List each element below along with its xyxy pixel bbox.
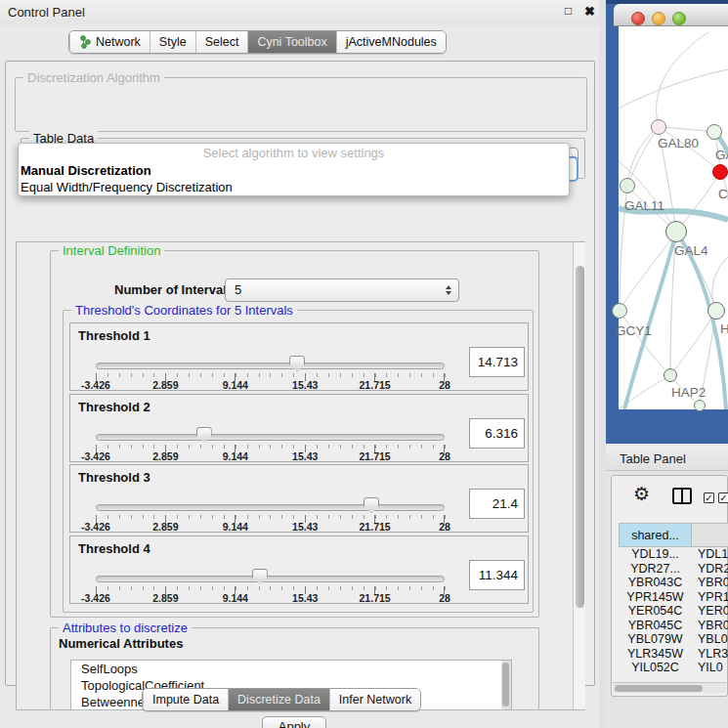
cell-shared-name: YDR27...	[619, 562, 692, 577]
tick-label: -3.426	[81, 379, 110, 391]
attribute-name: SelfLoops	[81, 662, 138, 676]
tick-label: 2.859	[152, 450, 178, 462]
mac-minimize-icon[interactable]	[652, 12, 665, 25]
network-node[interactable]	[665, 221, 687, 242]
column-header-shared[interactable]: shared...	[619, 523, 692, 547]
network-window-titlebar[interactable]	[614, 4, 728, 26]
close-icon[interactable]: ✖	[584, 4, 595, 19]
network-node[interactable]	[694, 400, 706, 411]
algorithm-groupbox: Discretization Algorithm	[15, 77, 587, 132]
slider-track[interactable]	[96, 363, 445, 369]
algorithm-option[interactable]: Manual Discretization	[21, 162, 569, 179]
slider-track[interactable]	[96, 576, 445, 582]
network-edge[interactable]	[620, 232, 676, 311]
cyni-bottom-tab[interactable]: Impute Data	[143, 689, 228, 710]
table-header-row: shared... na	[619, 523, 728, 547]
threshold-row: Threshold 1 -3.4262.8599.14415.4321.7152…	[69, 322, 529, 391]
tab-label: Cyni Toolbox	[257, 35, 326, 49]
node-table: shared... na YDL19... YDL1 YDR27... YDR2	[619, 523, 728, 675]
panel-split-divider[interactable]: ◂▸	[599, 0, 606, 728]
table-row[interactable]: YIL052C YIL0	[619, 661, 728, 675]
columns-icon[interactable]	[672, 488, 692, 504]
column-header-name[interactable]: na	[692, 523, 728, 547]
network-edge[interactable]	[670, 311, 716, 375]
table-row[interactable]: YDL19... YDL1	[619, 547, 728, 562]
gear-icon[interactable]: ⚙	[633, 485, 650, 503]
cyni-bottom-tab[interactable]: Discretize Data	[228, 689, 329, 710]
cyni-bottom-tab[interactable]: Infer Network	[329, 689, 420, 710]
threshold-label: Threshold 1	[78, 328, 150, 343]
network-node[interactable]	[651, 119, 666, 135]
tick-label: 2.859	[152, 521, 178, 533]
control-panel-tab[interactable]: jActiveMNodules	[336, 31, 446, 53]
mac-zoom-icon[interactable]	[672, 12, 686, 25]
network-node[interactable]	[664, 368, 677, 382]
control-panel-tab-bar: Network Style	[68, 30, 447, 54]
network-node[interactable]	[612, 303, 627, 319]
number-of-intervals-spinner[interactable]: 5	[225, 278, 459, 302]
network-icon	[79, 35, 92, 49]
cell-shared-name: YIL052C	[619, 661, 692, 675]
threshold-value-field[interactable]: 11.344	[469, 560, 525, 590]
cell-name: YPR1	[692, 590, 728, 605]
table-panel-header: Table Panel	[606, 446, 728, 471]
tick-labels: -3.4262.8599.14415.4321.71528	[96, 521, 445, 533]
spinner-arrows-icon[interactable]	[446, 285, 451, 295]
tick-label: 28	[439, 592, 450, 604]
threshold-value-field[interactable]: 6.316	[469, 418, 525, 449]
network-edge[interactable]	[627, 127, 659, 186]
table-row[interactable]: YBR043C YBR0	[619, 576, 728, 590]
table-row[interactable]: YBR045C YBR0	[619, 619, 728, 633]
network-node[interactable]	[707, 302, 725, 320]
network-canvas[interactable]: GAL80 GA C GAL11 GAL4 GCY1 H HAP2	[619, 26, 728, 409]
threshold-value-field[interactable]: 14.713	[469, 347, 525, 377]
cell-name: YDL1	[692, 547, 728, 562]
network-edge[interactable]	[619, 161, 676, 232]
network-edge[interactable]	[619, 69, 728, 108]
mac-close-icon[interactable]	[631, 12, 645, 25]
attribute-list-item[interactable]: SelfLoops	[71, 661, 511, 677]
thresholds-groupbox: Threshold's Coordinates for 5 Intervals …	[63, 310, 534, 613]
threshold-value-field[interactable]: 21.4	[469, 489, 525, 519]
control-panel-tab[interactable]: Select	[195, 31, 248, 53]
network-node[interactable]	[712, 164, 728, 180]
cell-name: YBR0	[692, 576, 728, 590]
slider-track[interactable]	[96, 504, 445, 511]
node-label: GAL11	[624, 198, 664, 213]
scrollbar-thumb[interactable]	[615, 685, 703, 692]
algorithm-option[interactable]: Equal Width/Frequency Discretization	[21, 179, 569, 195]
network-edge[interactable]	[624, 232, 676, 409]
threshold-rows: Threshold 1 -3.4262.8599.14415.4321.7152…	[69, 322, 529, 606]
control-panel-tab[interactable]: Cyni Toolbox	[247, 31, 335, 53]
tab-label: jActiveMNodules	[346, 35, 437, 49]
table-row[interactable]: YPR145W YPR1	[619, 590, 728, 605]
network-edge[interactable]	[657, 32, 708, 127]
control-panel-title: Control Panel	[8, 5, 85, 20]
apply-button[interactable]: Apply	[262, 716, 326, 728]
tick-label: 9.144	[223, 379, 248, 391]
algorithm-options-list: Manual Discretization Equal Width/Freque…	[19, 162, 569, 195]
cell-shared-name: YER054C	[619, 604, 692, 619]
network-edge[interactable]	[627, 127, 659, 186]
scrollbar-thumb[interactable]	[576, 266, 584, 608]
control-panel-tab[interactable]: Network	[69, 31, 150, 53]
network-node[interactable]	[707, 124, 722, 140]
checkbox-icon[interactable]: ✓	[718, 492, 728, 503]
table-hscrollbar[interactable]	[613, 682, 726, 693]
table-row[interactable]: YLR345W YLR3	[619, 647, 728, 662]
tick-labels: -3.4262.8599.14415.4321.71528	[96, 450, 445, 462]
cell-name: YER0	[692, 604, 728, 619]
checkbox-icon[interactable]: ✓	[704, 492, 714, 503]
table-row[interactable]: YBL079W YBL0	[619, 632, 728, 647]
tick-label: 15.43	[292, 379, 318, 391]
settings-scrollbar[interactable]	[573, 242, 585, 709]
table-row[interactable]: YDR27... YDR2	[619, 562, 728, 577]
float-window-icon[interactable]: □	[565, 4, 572, 18]
network-node[interactable]	[620, 178, 635, 193]
tick-label: -3.426	[81, 450, 110, 462]
table-row[interactable]: YER054C YER0	[619, 604, 728, 619]
algorithm-option-label: Equal Width/Frequency Discretization	[21, 180, 233, 194]
slider-track[interactable]	[96, 434, 445, 441]
control-panel-tab[interactable]: Style	[150, 31, 195, 53]
node-label: GAL80	[658, 136, 699, 150]
